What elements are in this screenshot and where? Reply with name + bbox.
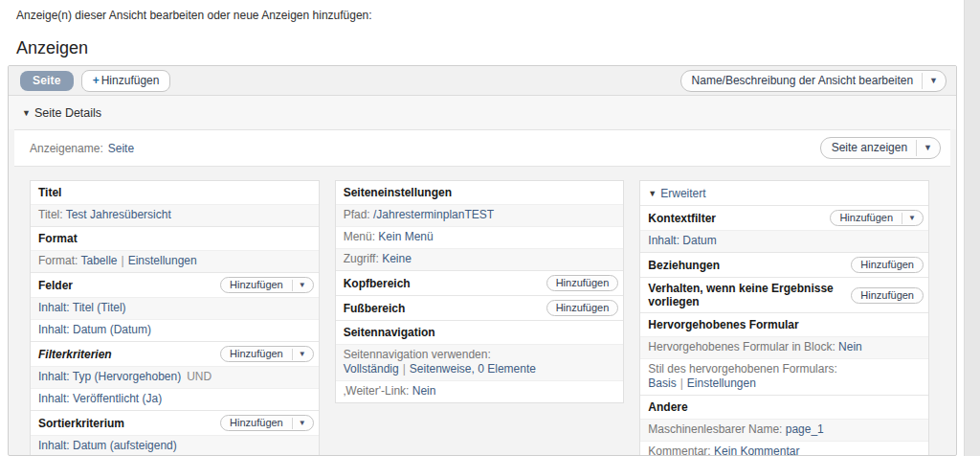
section-kopfbereich: KopfbereichHinzufügen	[336, 270, 624, 295]
add-button-label: Hinzufügen	[221, 347, 292, 361]
section-felder: FelderHinzufügen▼Inhalt: Titel (Titel)In…	[31, 272, 319, 341]
add-button-fußbereich[interactable]: Hinzufügen	[546, 300, 619, 316]
setting-label: Stil des hervorgehobenen Formulars:	[648, 362, 836, 376]
setting-link[interactable]: Einstellungen	[687, 376, 756, 390]
section-header-filterkriterien: FilterkriterienHinzufügen▼	[31, 342, 319, 366]
setting-link[interactable]: Seitenweise, 0 Elemente	[410, 362, 536, 376]
setting-link[interactable]: Tabelle	[80, 254, 117, 267]
chevron-down-icon[interactable]: ▼	[902, 213, 923, 224]
section-title: Filterkriterien	[38, 348, 112, 361]
add-button-verhalten-wenn-keine-ergebnisse-vorliegen[interactable]: Hinzufügen	[851, 287, 924, 304]
setting-link[interactable]: Kein Kommentar	[714, 445, 799, 456]
setting-row: Stil des hervorgehobenen Formulars: Basi…	[640, 358, 928, 395]
section-verhalten-wenn-keine-ergebnisse-vorliegen: Verhalten, wenn keine Ergebnisse vorlieg…	[640, 277, 928, 312]
section-header-kontextfilter: KontextfilterHinzufügen▼	[640, 206, 928, 230]
details-toggle-label: Seite Details	[34, 106, 101, 120]
setting-link[interactable]: page_1	[786, 422, 824, 436]
advanced-toggle-label: Erweitert	[660, 187, 705, 200]
setting-link[interactable]: Test Jahresübersicht	[66, 208, 171, 221]
setting-link[interactable]: Inhalt: Datum	[648, 234, 716, 247]
setting-link[interactable]: Einstellungen	[128, 254, 197, 267]
add-button-label: Hinzufügen	[221, 416, 292, 430]
chevron-down-icon[interactable]: ▼	[292, 280, 313, 291]
setting-link[interactable]: Vollständig	[344, 362, 399, 376]
section-header-felder: FelderHinzufügen▼	[31, 273, 319, 297]
setting-row: Maschinenlesbarer Name: page_1	[640, 419, 928, 441]
chevron-down-icon[interactable]: ▼	[292, 349, 313, 360]
section-filterkriterien: FilterkriterienHinzufügen▼Inhalt: Typ (H…	[31, 341, 319, 410]
section-andere: AndereMaschinenlesbarer Name: page_1Komm…	[640, 395, 928, 456]
section-title: Kontextfilter	[648, 212, 716, 225]
section-beziehungen: BeziehungenHinzufügen	[640, 252, 928, 277]
setting-link[interactable]: Basis	[648, 376, 676, 390]
setting-row: Inhalt: Titel (Titel)	[31, 297, 319, 319]
page-right-gutter	[964, 0, 980, 456]
setting-link[interactable]: Nein	[412, 384, 436, 398]
add-button-label: Hinzufügen	[547, 276, 618, 290]
operator-text: UND	[187, 370, 212, 383]
section-title: Andere	[648, 400, 687, 414]
setting-link[interactable]: Inhalt: Datum (Datum)	[38, 323, 151, 336]
column-0: TitelTitel: Test JahresübersichtFormatFo…	[30, 180, 320, 456]
setting-row: ‚Weiter'-Link: Nein	[336, 380, 624, 402]
add-button-sortierkriterium[interactable]: Hinzufügen▼	[220, 415, 314, 431]
edit-view-name-button[interactable]: Name/Beschreibung der Ansicht bearbeiten…	[680, 70, 947, 92]
section-hervorgehobenes-formular: Hervorgehobenes FormularHervorgehobenes …	[640, 312, 928, 395]
add-button-kopfbereich[interactable]: Hinzufügen	[546, 275, 619, 291]
setting-label: Format:	[38, 254, 80, 267]
add-display-label: Hinzufügen	[101, 74, 160, 87]
section-title: Beziehungen	[648, 259, 720, 272]
section-title: Hervorgehobenes Formular	[648, 318, 798, 331]
section-header-beziehungen: BeziehungenHinzufügen	[640, 253, 928, 277]
section-seitennavigation: SeitennavigationSeitennavigation verwend…	[336, 320, 624, 402]
section-header-titel: Titel	[31, 181, 319, 204]
column-1: SeiteneinstellungenPfad: /Jahresterminpl…	[335, 180, 625, 403]
setting-row: Inhalt: Datum (Datum)	[31, 319, 319, 341]
section-format: FormatFormat: Tabelle|Einstellungen	[31, 226, 319, 272]
view-page-button[interactable]: Seite anzeigen ▼	[820, 137, 941, 159]
setting-row: Inhalt: Veröffentlicht (Ja)	[31, 388, 319, 410]
section-kontextfilter: KontextfilterHinzufügen▼Inhalt: Datum	[640, 205, 928, 252]
display-tab-bar: Seite +Hinzufügen Name/Beschreibung der …	[9, 66, 956, 96]
display-name-link[interactable]: Seite	[108, 142, 134, 155]
section-titel: TitelTitel: Test Jahresübersicht	[31, 181, 319, 226]
display-name-bar: Anzeigename: Seite Seite anzeigen ▼	[14, 129, 950, 167]
chevron-down-icon[interactable]: ▼	[916, 140, 940, 156]
add-button-label: Hinzufügen	[852, 258, 923, 272]
tab-seite[interactable]: Seite	[20, 71, 74, 91]
section-title: Kopfbereich	[344, 277, 411, 290]
settings-columns: TitelTitel: Test JahresübersichtFormatFo…	[9, 167, 956, 456]
details-collapse-toggle[interactable]: ▼Seite Details	[22, 106, 101, 120]
add-button-kontextfilter[interactable]: Hinzufügen▼	[830, 210, 924, 226]
section-seiteneinstellungen: SeiteneinstellungenPfad: /Jahresterminpl…	[336, 181, 624, 270]
section-title: Sortierkriterium	[38, 417, 124, 430]
setting-label: Seitennavigation verwenden:	[344, 348, 491, 361]
setting-label: Maschinenlesbarer Name:	[648, 422, 785, 436]
section-header-sortierkriterium: SortierkriteriumHinzufügen▼	[31, 411, 319, 435]
chevron-down-icon[interactable]: ▼	[922, 73, 946, 89]
separator: |	[122, 254, 124, 267]
section-sortierkriterium: SortierkriteriumHinzufügen▼Inhalt: Datum…	[31, 410, 319, 456]
add-display-button[interactable]: +Hinzufügen	[81, 70, 171, 92]
setting-link[interactable]: /JahresterminplanTEST	[373, 208, 494, 221]
add-button-felder[interactable]: Hinzufügen▼	[220, 277, 314, 293]
setting-link[interactable]: Inhalt: Typ (Hervorgehoben)	[38, 370, 181, 383]
add-button-filterkriterien[interactable]: Hinzufügen▼	[220, 346, 314, 362]
setting-link[interactable]: Keine	[382, 252, 412, 265]
add-button-beziehungen[interactable]: Hinzufügen	[851, 257, 924, 273]
setting-link[interactable]: Inhalt: Veröffentlicht (Ja)	[38, 392, 162, 405]
display-name-label: Anzeigename:	[30, 142, 103, 155]
setting-row: Kommentar: Kein Kommentar	[640, 441, 928, 456]
section-title: Felder	[38, 279, 73, 292]
section-header-seiteneinstellungen: Seiteneinstellungen	[336, 181, 624, 204]
add-button-label: Hinzufügen	[221, 278, 292, 292]
column-2: ▼ErweitertKontextfilterHinzufügen▼Inhalt…	[639, 180, 929, 456]
intro-text: Anzeige(n) dieser Ansicht bearbeiten ode…	[0, 0, 980, 22]
chevron-down-icon[interactable]: ▼	[292, 418, 313, 429]
setting-link[interactable]: Inhalt: Datum (aufsteigend)	[38, 439, 177, 452]
setting-link[interactable]: Nein	[838, 340, 862, 353]
advanced-collapse-toggle[interactable]: ▼Erweitert	[640, 181, 928, 205]
setting-link[interactable]: Inhalt: Titel (Titel)	[38, 301, 126, 314]
setting-link[interactable]: Kein Menü	[378, 230, 433, 243]
section-header-verhalten-wenn-keine-ergebnisse-vorliegen: Verhalten, wenn keine Ergebnisse vorlieg…	[640, 278, 928, 312]
